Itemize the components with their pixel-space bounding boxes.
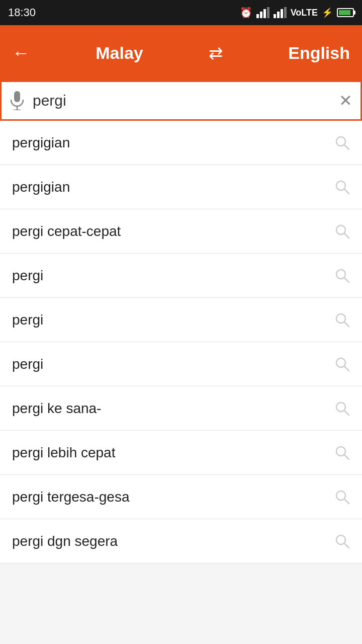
svg-line-26	[344, 455, 349, 459]
suggestion-item[interactable]: pergi dgn segera	[0, 519, 362, 564]
svg-rect-2	[263, 9, 266, 18]
svg-rect-4	[274, 14, 276, 18]
suggestion-item[interactable]: pergi	[0, 342, 362, 386]
suggestion-list: pergigian pergigian pergi cepat-cepat pe…	[0, 121, 362, 564]
svg-rect-7	[284, 7, 287, 18]
suggestion-search-icon	[335, 224, 350, 239]
search-container: ✕	[0, 80, 362, 121]
svg-rect-3	[267, 7, 269, 18]
svg-line-20	[344, 322, 349, 327]
volte-label: VoLTE	[291, 8, 318, 18]
svg-line-30	[344, 543, 349, 548]
suggestion-search-icon	[335, 401, 350, 416]
status-icons: ⏰ VoLTE ⚡	[240, 7, 354, 19]
svg-line-18	[344, 278, 349, 282]
alarm-icon: ⏰	[240, 7, 252, 19]
battery-icon	[337, 8, 354, 17]
suggestion-text: pergi lebih cepat	[12, 445, 115, 461]
status-time: 18:30	[8, 6, 36, 19]
suggestion-item[interactable]: pergi ke sana-	[0, 386, 362, 431]
microphone-icon[interactable]	[10, 91, 25, 110]
signal-icon-2	[274, 7, 287, 18]
suggestion-search-icon	[335, 357, 350, 372]
svg-rect-1	[260, 12, 262, 18]
suggestion-text: pergi dgn segera	[12, 533, 118, 549]
source-language: Malay	[96, 43, 143, 63]
suggestion-search-icon	[335, 180, 350, 195]
svg-rect-8	[14, 91, 20, 102]
suggestion-search-icon	[335, 490, 350, 505]
svg-rect-5	[277, 12, 280, 18]
suggestion-text: pergigian	[12, 135, 70, 151]
clear-search-button[interactable]: ✕	[339, 91, 352, 110]
suggestion-text: pergi	[12, 312, 43, 328]
svg-line-14	[344, 189, 349, 194]
target-language: English	[288, 43, 350, 63]
suggestion-item[interactable]: pergi tergesa-gesa	[0, 475, 362, 519]
charging-icon: ⚡	[322, 7, 333, 18]
suggestion-search-icon	[335, 445, 350, 460]
suggestion-text: pergi cepat-cepat	[12, 223, 121, 239]
app-header: ← Malay ⇄ English	[0, 25, 362, 80]
suggestion-item[interactable]: pergi	[0, 254, 362, 298]
suggestion-text: pergi ke sana-	[12, 400, 101, 417]
suggestion-item[interactable]: pergi lebih cepat	[0, 431, 362, 475]
suggestion-text: pergi	[12, 356, 43, 372]
suggestion-item[interactable]: pergigian	[0, 121, 362, 165]
svg-line-22	[344, 366, 349, 371]
suggestion-search-icon	[335, 135, 350, 150]
suggestion-item[interactable]: pergi	[0, 298, 362, 342]
svg-line-12	[344, 145, 349, 149]
status-bar: 18:30 ⏰ VoLTE ⚡	[0, 0, 362, 25]
suggestion-text: pergi tergesa-gesa	[12, 489, 129, 505]
svg-line-24	[344, 411, 349, 415]
suggestion-item[interactable]: pergi cepat-cepat	[0, 209, 362, 254]
suggestion-search-icon	[335, 312, 350, 328]
suggestion-text: pergigian	[12, 179, 70, 195]
suggestion-text: pergi	[12, 268, 43, 284]
svg-rect-0	[256, 14, 259, 18]
search-input[interactable]	[33, 92, 339, 109]
svg-line-28	[344, 499, 349, 504]
swap-languages-button[interactable]: ⇄	[209, 43, 223, 63]
suggestion-item[interactable]: pergigian	[0, 165, 362, 209]
signal-icon-1	[256, 7, 269, 18]
suggestion-search-icon	[335, 534, 350, 549]
svg-line-16	[344, 233, 349, 238]
suggestion-search-icon	[335, 268, 350, 283]
svg-rect-6	[281, 9, 283, 18]
back-button[interactable]: ←	[12, 44, 30, 62]
